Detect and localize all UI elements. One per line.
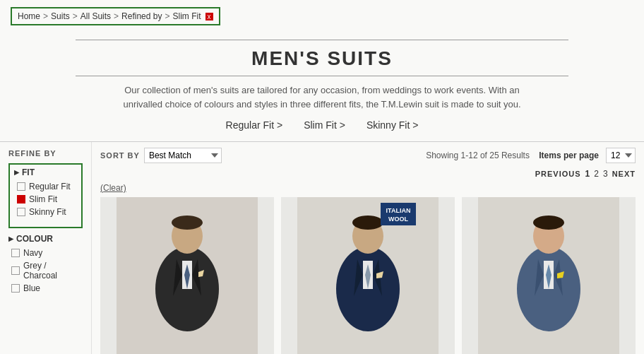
breadcrumb-refined-by[interactable]: Refined by <box>121 11 162 21</box>
grey-charcoal-checkbox[interactable] <box>11 266 20 275</box>
svg-text:ITALIAN: ITALIAN <box>386 207 411 214</box>
sort-by-control: SORT BY Best Match Price Low-High Price … <box>100 148 222 163</box>
filter-blue: Blue <box>11 283 83 293</box>
products-grid: ITALIAN WOOL <box>100 197 636 354</box>
colour-filter-items: Navy Grey / Charcoal Blue <box>11 248 83 293</box>
product-image-2: ITALIAN WOOL <box>281 197 455 354</box>
filter-slim-fit: Slim Fit <box>17 194 77 204</box>
filter-skinny-fit: Skinny Fit <box>17 207 77 217</box>
breadcrumb-slim-fit[interactable]: Slim Fit <box>173 11 201 21</box>
product-card-3[interactable] <box>462 197 636 354</box>
page-header: MEN'S SUITS Our collection of men's suit… <box>0 33 644 142</box>
fit-section-toggle[interactable]: ▶ FIT <box>14 167 77 177</box>
svg-point-29 <box>533 216 564 230</box>
results-text: Showing 1-12 of 25 Results <box>426 151 530 160</box>
colour-section-toggle[interactable]: ▶ COLOUR <box>8 234 83 244</box>
colour-section-label: COLOUR <box>16 234 53 244</box>
breadcrumb-home[interactable]: Home <box>18 11 40 21</box>
product-card-2[interactable]: ITALIAN WOOL <box>281 197 455 354</box>
slim-fit-checkbox[interactable] <box>17 195 25 203</box>
pagination: PREVIOUS 1 2 3 NEXT <box>100 169 636 179</box>
sort-by-label: SORT BY <box>100 151 140 160</box>
grey-charcoal-label: Grey / Charcoal <box>23 261 83 281</box>
product-area: SORT BY Best Match Price Low-High Price … <box>92 142 644 354</box>
page-1-link[interactable]: 1 <box>585 169 590 179</box>
colour-arrow-icon: ▶ <box>8 235 13 242</box>
svg-point-17 <box>352 216 383 230</box>
navy-label: Navy <box>23 248 42 258</box>
per-page-select[interactable]: 12 24 36 <box>606 148 636 163</box>
previous-button[interactable]: PREVIOUS <box>535 170 581 178</box>
page-title: MEN'S SUITS <box>14 47 630 70</box>
fit-section-label: FIT <box>22 167 35 177</box>
blue-label: Blue <box>23 283 40 293</box>
breadcrumb: Home > Suits > All Suits > Refined by > … <box>11 7 220 25</box>
breadcrumb-all-suits[interactable]: All Suits <box>80 11 111 21</box>
main-content: REFINE BY ▶ FIT Regular Fit Slim Fit Ski… <box>0 142 644 354</box>
skinny-fit-label: Skinny Fit <box>29 207 66 217</box>
clear-link: (Clear) <box>100 183 636 193</box>
navy-checkbox[interactable] <box>11 249 20 257</box>
blue-checkbox[interactable] <box>11 284 20 293</box>
filter-regular-fit: Regular Fit <box>17 182 77 191</box>
colour-filter-section: ▶ COLOUR Navy Grey / Charcoal Blue <box>8 234 83 293</box>
regular-fit-label: Regular Fit <box>29 182 71 191</box>
skinny-fit-link[interactable]: Skinny Fit > <box>366 119 419 131</box>
next-button[interactable]: NEXT <box>612 170 636 178</box>
product-image-1 <box>100 197 274 354</box>
product-image-3 <box>462 197 636 354</box>
skinny-fit-checkbox[interactable] <box>17 208 25 216</box>
fit-nav: Regular Fit > Slim Fit > Skinny Fit > <box>14 119 630 131</box>
results-info: Showing 1-12 of 25 Results Items per pag… <box>426 148 636 163</box>
breadcrumb-close-button[interactable]: x <box>205 13 213 20</box>
filter-navy: Navy <box>11 248 83 258</box>
page-2-link[interactable]: 2 <box>594 169 599 179</box>
fit-arrow-icon: ▶ <box>14 169 19 176</box>
toolbar: SORT BY Best Match Price Low-High Price … <box>100 148 636 163</box>
clear-filters-link[interactable]: (Clear) <box>100 183 126 193</box>
svg-point-8 <box>172 216 203 230</box>
breadcrumb-suits[interactable]: Suits <box>51 11 70 21</box>
regular-fit-link[interactable]: Regular Fit > <box>226 119 283 131</box>
filter-grey-charcoal: Grey / Charcoal <box>11 261 83 281</box>
items-per-page-label: Items per page <box>539 151 599 160</box>
sidebar: REFINE BY ▶ FIT Regular Fit Slim Fit Ski… <box>0 142 92 354</box>
fit-filter-section: ▶ FIT Regular Fit Slim Fit Skinny Fit <box>8 163 83 228</box>
page-3-link[interactable]: 3 <box>603 169 608 179</box>
slim-fit-label: Slim Fit <box>29 194 57 204</box>
regular-fit-checkbox[interactable] <box>17 182 25 191</box>
fit-filter-items: Regular Fit Slim Fit Skinny Fit <box>17 182 77 217</box>
sort-select[interactable]: Best Match Price Low-High Price High-Low… <box>144 148 222 163</box>
slim-fit-link[interactable]: Slim Fit > <box>304 119 345 131</box>
refine-by-label: REFINE BY <box>8 149 83 158</box>
product-card-1[interactable] <box>100 197 274 354</box>
page-description: Our collection of men's suits are tailor… <box>110 83 534 111</box>
svg-text:WOOL: WOOL <box>388 216 408 223</box>
